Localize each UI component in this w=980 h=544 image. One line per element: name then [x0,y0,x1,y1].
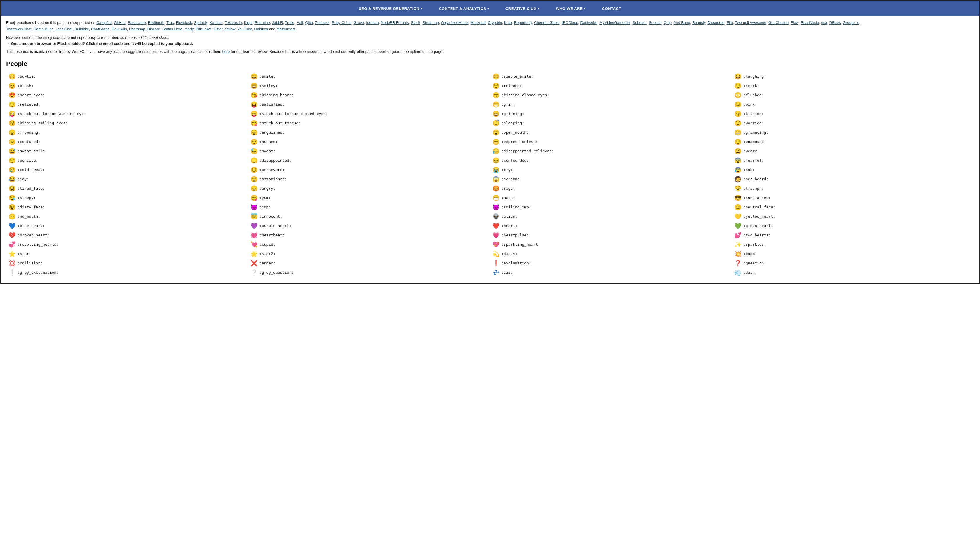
link-reportedly[interactable]: Reportedly [514,21,532,25]
emoji-item[interactable]: 😒:unamused: [732,137,974,146]
emoji-item[interactable]: 😟:worried: [732,118,974,128]
link-cryptbin[interactable]: Cryptbin [488,21,502,25]
link-myvideogamelist[interactable]: MyVideoGameList [600,21,630,25]
link-grove[interactable]: Grove [354,21,364,25]
emoji-item[interactable]: 💔:broken_heart: [6,231,248,240]
link-zendesk[interactable]: Zendesk [315,21,329,25]
emoji-item[interactable]: ❕:grey_exclamation: [6,268,248,277]
emoji-item[interactable]: 💗:heartpulse: [490,231,732,240]
link-mattermost[interactable]: Mattermost [276,27,295,31]
emoji-item[interactable]: 😌:relieved: [6,100,248,109]
emoji-item[interactable]: 😯:hushed: [248,137,490,146]
link-streamup[interactable]: Streamup [422,21,439,25]
emoji-item[interactable]: ❗:exclamation: [490,259,732,268]
emoji-item[interactable]: 😘:kissing_heart: [248,91,490,100]
nav-item-contact[interactable]: CONTACT [594,1,630,16]
emoji-item[interactable]: 💓:heartbeat: [248,231,490,240]
emoji-item[interactable]: 😦:frowning: [6,128,248,137]
link-andbang[interactable]: And Bang [674,21,690,25]
emoji-item[interactable]: 😙:kissing_closed_eyes: [490,91,732,100]
emoji-item[interactable]: 😉:wink: [732,100,974,109]
link-redbooth[interactable]: Redbooth [148,21,164,25]
link-github[interactable]: GitHub [114,21,126,25]
link-basecamp[interactable]: Basecamp [128,21,146,25]
emoji-item[interactable]: 😞:disappointed: [248,156,490,165]
emoji-item[interactable]: 😴:sleeping: [490,118,732,128]
emoji-item[interactable]: 😢:cold_sweat: [6,165,248,175]
link-campfire[interactable]: Campfire [96,21,112,25]
link-irccloud[interactable]: IRCCloud [562,21,578,25]
emoji-item[interactable]: 💕:two_hearts: [732,231,974,240]
link-jabbr[interactable]: JabbR [272,21,283,25]
link-cheerful[interactable]: Cheerful Ghost [534,21,560,25]
link-hackpad[interactable]: Hackpad [471,21,485,25]
emoji-item[interactable]: 😷:mask: [490,193,732,202]
emoji-item[interactable]: 😊:blush: [6,81,248,91]
link-quip[interactable]: Quip [663,21,671,25]
link-dashcube[interactable]: Dashcube [580,21,597,25]
link-dokuwiki[interactable]: Dokuwiki [112,27,127,31]
link-kippt[interactable]: Kippt [244,21,253,25]
link-textboxio[interactable]: Textbox.io [225,21,242,25]
resource-here-link[interactable]: here [222,49,230,54]
link-damnbugs[interactable]: Damn Bugs [33,27,53,31]
emoji-item[interactable]: 😡:rage: [490,184,732,193]
emoji-item[interactable]: 😕:confused: [6,137,248,146]
emoji-item[interactable]: 👽:alien: [490,212,732,221]
emoji-item[interactable]: 😠:angry: [248,184,490,193]
link-groupsio[interactable]: Groups.io [843,21,859,25]
emoji-item[interactable]: 😳:flushed: [732,91,974,100]
emoji-item[interactable]: 😨:fearful: [732,156,974,165]
emoji-item[interactable]: 💞:revolving_hearts: [6,240,248,249]
emoji-item[interactable]: 😗:kissing: [732,109,974,118]
link-idobata[interactable]: Idobata [366,21,379,25]
link-sococo[interactable]: Sococo [649,21,661,25]
emoji-item[interactable]: 😊:simple_smile: [490,72,732,81]
emoji-item[interactable]: 😋:stuck_out_tongue: [248,118,490,128]
emoji-item[interactable]: 😔:pensive: [6,156,248,165]
emoji-item[interactable]: 😣:persevere: [248,165,490,175]
nav-item-content[interactable]: CONTENT & ANALYTICS ▾ [431,1,497,16]
link-readme[interactable]: ReadMe.io [800,21,819,25]
link-bitbucket[interactable]: Bitbucket [196,27,211,31]
emoji-item[interactable]: 😶:no_mouth: [6,212,248,221]
link-subrosa[interactable]: Subrosa [632,21,646,25]
emoji-item[interactable]: 💛:yellow_heart: [732,212,974,221]
emoji-item[interactable]: ❔:grey_question: [248,268,490,277]
emoji-item[interactable]: 😰:sob: [732,165,974,175]
emoji-item[interactable]: 💢:collision: [6,259,248,268]
emoji-item[interactable]: 💨:dash: [732,268,974,277]
emoji-item[interactable]: 💚:green_heart: [732,221,974,231]
link-bonusly[interactable]: Bonusly [692,21,705,25]
emoji-item[interactable]: 😑:expressionless: [490,137,732,146]
link-statushero[interactable]: Status Hero [162,27,182,31]
link-letschat[interactable]: Let's Chat [56,27,72,31]
emoji-item[interactable]: 💥:boom: [732,249,974,259]
emoji-item[interactable]: 👿:imp: [248,202,490,212]
emoji-item[interactable]: 😃:smiley: [248,81,490,91]
emoji-item[interactable]: 😬:grimacing: [732,128,974,137]
emoji-item[interactable]: 😚:kissing_smiling_eyes: [6,118,248,128]
link-buildkite[interactable]: Buildkite [75,27,89,31]
emoji-item[interactable]: 😪:sleepy: [6,193,248,202]
link-discord[interactable]: Discord [147,27,160,31]
link-youtube[interactable]: YouTube [237,27,252,31]
link-discourse[interactable]: Discourse [708,21,725,25]
emoji-item[interactable]: 😁:grin: [490,100,732,109]
link-nodebb[interactable]: NodeBB Forums [381,21,409,25]
emoji-item[interactable]: 😍:heart_eyes: [6,91,248,100]
emoji-item[interactable]: 💘:cupid: [248,240,490,249]
link-gitter[interactable]: Gitter [214,27,223,31]
emoji-item[interactable]: 😀:grinning: [490,109,732,118]
link-sprintly[interactable]: Sprint.ly [194,21,207,25]
emoji-item[interactable]: 🌟:star2: [248,249,490,259]
link-kandan[interactable]: Kandan [210,21,223,25]
link-gotchosen[interactable]: Got Chosen [768,21,789,25]
emoji-item[interactable]: 😲:astonished: [248,175,490,184]
emoji-item[interactable]: 😋:yum: [248,193,490,202]
emoji-item[interactable]: 😱:scream: [490,175,732,184]
link-qiita[interactable]: Qiita [305,21,313,25]
emoji-item[interactable]: ✨:sparkles: [732,240,974,249]
emoji-item[interactable]: 😌:relaxed: [490,81,732,91]
link-esa[interactable]: esa [821,21,827,25]
